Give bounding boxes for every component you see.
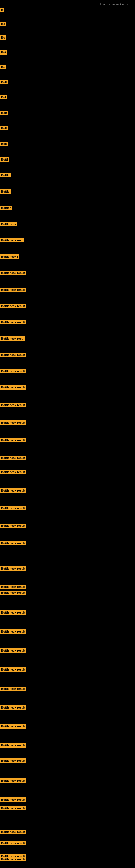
label-box-13: Bottlen: [0, 206, 12, 210]
label-box-0: B: [0, 8, 4, 12]
label-box-50: Bottleneck result: [0, 841, 26, 845]
label-item-37: Bottleneck result: [0, 610, 26, 616]
label-item-21: Bottleneck resu: [0, 336, 25, 342]
label-item-46: Bottleneck result: [0, 778, 26, 784]
label-box-22: Bottleneck result: [0, 352, 26, 357]
label-item-43: Bottleneck result: [0, 724, 26, 730]
label-item-17: Bottleneck result: [0, 271, 26, 276]
label-item-5: Bott: [0, 80, 8, 86]
label-item-29: Bottleneck result: [0, 470, 26, 475]
label-item-19: Bottleneck result: [0, 304, 26, 309]
label-item-31: Bottleneck result: [0, 506, 26, 511]
label-box-2: Bo: [0, 35, 6, 40]
label-box-52: Bottleneck result: [0, 857, 26, 862]
label-item-47: Bottleneck result: [0, 798, 26, 803]
label-item-38: Bottleneck result: [0, 629, 26, 635]
label-box-36: Bottleneck result: [0, 590, 26, 595]
label-box-24: Bottleneck result: [0, 385, 26, 390]
label-item-12: Bottle: [0, 189, 10, 195]
label-item-16: Bottleneck r: [0, 254, 19, 260]
label-box-35: Bottleneck result: [0, 585, 26, 589]
label-box-31: Bottleneck result: [0, 506, 26, 510]
label-box-34: Bottleneck result: [0, 566, 26, 571]
label-item-3: Bot: [0, 50, 7, 56]
label-box-26: Bottleneck result: [0, 421, 26, 425]
label-item-50: Bottleneck result: [0, 841, 26, 846]
label-box-48: Bottleneck result: [0, 806, 26, 810]
label-box-14: Bottleneck: [0, 222, 17, 226]
label-box-18: Bottleneck result: [0, 287, 26, 292]
label-item-2: Bo: [0, 35, 6, 41]
label-box-42: Bottleneck result: [0, 705, 26, 710]
label-item-20: Bottleneck result: [0, 320, 26, 326]
label-box-17: Bottleneck result: [0, 271, 26, 275]
site-title: TheBottlenecker.com: [99, 2, 132, 6]
label-item-15: Bottleneck resu: [0, 238, 24, 244]
label-box-5: Bott: [0, 80, 8, 84]
label-box-44: Bottleneck result: [0, 743, 26, 748]
label-item-18: Bottleneck result: [0, 287, 26, 293]
label-item-8: Bott: [0, 126, 8, 131]
label-box-45: Bottleneck result: [0, 758, 26, 763]
label-box-3: Bot: [0, 50, 7, 55]
label-item-52: Bottleneck result: [0, 857, 26, 863]
label-item-30: Bottleneck result: [0, 488, 26, 494]
label-item-35: Bottleneck result: [0, 585, 26, 590]
label-item-14: Bottleneck: [0, 222, 17, 227]
label-item-10: Bottl: [0, 157, 9, 163]
label-box-47: Bottleneck result: [0, 798, 26, 802]
label-box-40: Bottleneck result: [0, 667, 26, 672]
label-item-42: Bottleneck result: [0, 705, 26, 711]
label-box-49: Bottleneck result: [0, 830, 26, 834]
label-item-7: Bott: [0, 111, 8, 116]
label-box-43: Bottleneck result: [0, 724, 26, 728]
label-box-39: Bottleneck result: [0, 648, 26, 653]
label-box-10: Bottl: [0, 157, 9, 162]
label-item-27: Bottleneck result: [0, 438, 26, 443]
label-box-33: Bottleneck result: [0, 541, 26, 546]
label-box-32: Bottleneck result: [0, 524, 26, 528]
label-box-15: Bottleneck resu: [0, 238, 24, 243]
label-box-16: Bottleneck r: [0, 254, 19, 259]
label-item-11: Bottle: [0, 173, 10, 179]
label-item-33: Bottleneck result: [0, 541, 26, 547]
label-box-8: Bott: [0, 126, 8, 130]
label-item-36: Bottleneck result: [0, 590, 26, 596]
label-item-41: Bottleneck result: [0, 686, 26, 692]
label-box-28: Bottleneck result: [0, 456, 26, 460]
label-item-9: Bott: [0, 142, 8, 147]
label-box-27: Bottleneck result: [0, 438, 26, 442]
label-box-38: Bottleneck result: [0, 629, 26, 633]
label-item-26: Bottleneck result: [0, 421, 26, 426]
label-item-23: Bottleneck result: [0, 369, 26, 374]
label-item-32: Bottleneck result: [0, 524, 26, 529]
label-item-48: Bottleneck result: [0, 806, 26, 812]
label-item-45: Bottleneck result: [0, 758, 26, 764]
label-item-1: Bo: [0, 22, 6, 27]
label-box-7: Bott: [0, 111, 8, 115]
label-item-22: Bottleneck result: [0, 352, 26, 358]
label-box-19: Bottleneck result: [0, 304, 26, 308]
label-box-1: Bo: [0, 22, 6, 26]
label-box-41: Bottleneck result: [0, 686, 26, 691]
label-item-44: Bottleneck result: [0, 743, 26, 749]
label-item-6: Bot: [0, 95, 7, 100]
label-item-13: Bottlen: [0, 206, 12, 211]
label-box-29: Bottleneck result: [0, 470, 26, 474]
label-box-20: Bottleneck result: [0, 320, 26, 324]
label-item-24: Bottleneck result: [0, 385, 26, 391]
label-box-46: Bottleneck result: [0, 778, 26, 783]
label-item-49: Bottleneck result: [0, 830, 26, 835]
label-box-37: Bottleneck result: [0, 610, 26, 615]
label-box-23: Bottleneck result: [0, 369, 26, 373]
label-item-34: Bottleneck result: [0, 566, 26, 572]
label-item-25: Bottleneck result: [0, 403, 26, 408]
label-box-21: Bottleneck resu: [0, 336, 25, 341]
label-item-4: Bo: [0, 65, 6, 70]
label-box-11: Bottle: [0, 173, 10, 177]
label-box-30: Bottleneck result: [0, 488, 26, 493]
label-box-6: Bot: [0, 95, 7, 99]
label-box-9: Bott: [0, 142, 8, 146]
label-box-12: Bottle: [0, 189, 10, 194]
label-item-40: Bottleneck result: [0, 667, 26, 673]
